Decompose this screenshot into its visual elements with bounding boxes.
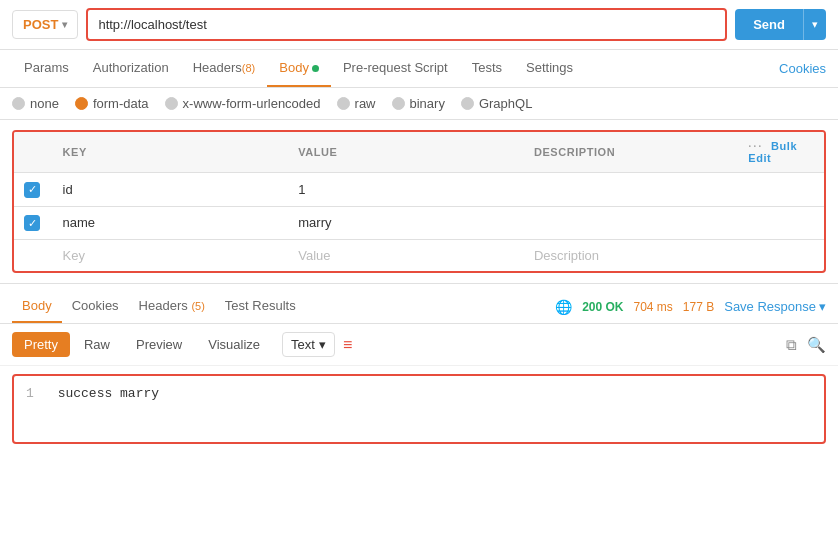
- radio-none[interactable]: none: [12, 96, 59, 111]
- row2-checkbox[interactable]: ✓: [24, 215, 40, 231]
- request-tabs: Params Authorization Headers(8) Body Pre…: [0, 50, 838, 88]
- radio-form-data[interactable]: form-data: [75, 96, 149, 111]
- tab-params[interactable]: Params: [12, 50, 81, 87]
- response-body: 1 success marry: [12, 374, 826, 444]
- row2-key[interactable]: name: [53, 206, 289, 240]
- row2-description[interactable]: [524, 206, 738, 240]
- tab-body[interactable]: Body: [267, 50, 331, 87]
- body-type-row: none form-data x-www-form-urlencoded raw…: [0, 88, 838, 120]
- headers-badge: (8): [242, 62, 255, 74]
- response-meta: 🌐 200 OK 704 ms 177 B Save Response ▾: [555, 299, 826, 315]
- th-bulk: ··· Bulk Edit: [738, 132, 824, 173]
- response-tab-test-results[interactable]: Test Results: [215, 290, 306, 323]
- send-button[interactable]: Send: [735, 9, 803, 40]
- table-row: ✓ id 1: [14, 173, 824, 207]
- response-content: success marry: [58, 386, 159, 401]
- row1-description[interactable]: [524, 173, 738, 207]
- response-tab-cookies[interactable]: Cookies: [62, 290, 129, 323]
- radio-raw-label: raw: [355, 96, 376, 111]
- response-headers-badge: (5): [191, 300, 204, 312]
- th-dots: ···: [748, 140, 763, 152]
- wrap-button[interactable]: ≡: [343, 336, 352, 354]
- value-placeholder[interactable]: Value: [288, 240, 524, 272]
- radio-urlencoded-label: x-www-form-urlencoded: [183, 96, 321, 111]
- radio-raw[interactable]: raw: [337, 96, 376, 111]
- response-tabs-row: Body Cookies Headers (5) Test Results 🌐 …: [0, 284, 838, 324]
- radio-graphql-circle: [461, 97, 474, 110]
- radio-graphql-label: GraphQL: [479, 96, 532, 111]
- th-checkbox: [14, 132, 53, 173]
- key-placeholder[interactable]: Key: [53, 240, 289, 272]
- globe-icon: 🌐: [555, 299, 572, 315]
- row1-checkbox-cell[interactable]: ✓: [14, 173, 53, 207]
- response-tab-headers[interactable]: Headers (5): [129, 290, 215, 323]
- line-number: 1: [26, 386, 34, 401]
- radio-raw-circle: [337, 97, 350, 110]
- radio-graphql[interactable]: GraphQL: [461, 96, 532, 111]
- response-time: 704 ms: [634, 300, 673, 314]
- send-button-group: Send ▾: [735, 9, 826, 40]
- body-dot: [312, 65, 319, 72]
- response-status: 200 OK: [582, 300, 623, 314]
- radio-form-data-circle: [75, 97, 88, 110]
- radio-urlencoded[interactable]: x-www-form-urlencoded: [165, 96, 321, 111]
- format-tab-preview[interactable]: Preview: [124, 332, 194, 357]
- response-section: Body Cookies Headers (5) Test Results 🌐 …: [0, 283, 838, 444]
- row1-value[interactable]: 1: [288, 173, 524, 207]
- url-input[interactable]: [86, 8, 727, 41]
- row2-value[interactable]: marry: [288, 206, 524, 240]
- format-tab-raw[interactable]: Raw: [72, 332, 122, 357]
- method-selector[interactable]: POST ▾: [12, 10, 78, 39]
- response-tab-body[interactable]: Body: [12, 290, 62, 323]
- tab-headers[interactable]: Headers(8): [181, 50, 268, 87]
- description-placeholder[interactable]: Description: [524, 240, 738, 272]
- table-row-placeholder: Key Value Description: [14, 240, 824, 272]
- radio-binary-label: binary: [410, 96, 445, 111]
- method-label: POST: [23, 17, 58, 32]
- row1-key[interactable]: id: [53, 173, 289, 207]
- top-bar: POST ▾ Send ▾: [0, 0, 838, 50]
- method-chevron: ▾: [62, 19, 67, 30]
- tab-pre-request[interactable]: Pre-request Script: [331, 50, 460, 87]
- radio-none-circle: [12, 97, 25, 110]
- th-description: DESCRIPTION: [524, 132, 738, 173]
- format-selector-arrow: ▾: [319, 337, 326, 352]
- th-key: KEY: [53, 132, 289, 173]
- send-arrow-button[interactable]: ▾: [803, 9, 826, 40]
- format-tab-visualize[interactable]: Visualize: [196, 332, 272, 357]
- params-table-wrapper: KEY VALUE DESCRIPTION ··· Bulk Edit ✓ id…: [12, 130, 826, 273]
- row2-checkbox-cell[interactable]: ✓: [14, 206, 53, 240]
- radio-binary[interactable]: binary: [392, 96, 445, 111]
- params-table: KEY VALUE DESCRIPTION ··· Bulk Edit ✓ id…: [14, 132, 824, 271]
- radio-urlencoded-circle: [165, 97, 178, 110]
- radio-binary-circle: [392, 97, 405, 110]
- search-icon[interactable]: 🔍: [807, 336, 826, 354]
- radio-none-label: none: [30, 96, 59, 111]
- response-size: 177 B: [683, 300, 714, 314]
- save-response-arrow: ▾: [819, 299, 826, 314]
- cookies-link[interactable]: Cookies: [779, 61, 826, 76]
- radio-form-data-label: form-data: [93, 96, 149, 111]
- tab-authorization[interactable]: Authorization: [81, 50, 181, 87]
- format-selector[interactable]: Text ▾: [282, 332, 335, 357]
- save-response-button[interactable]: Save Response ▾: [724, 299, 826, 314]
- tab-settings[interactable]: Settings: [514, 50, 585, 87]
- format-tabs-row: Pretty Raw Preview Visualize Text ▾ ≡ ⧉ …: [0, 324, 838, 366]
- table-row: ✓ name marry: [14, 206, 824, 240]
- th-value: VALUE: [288, 132, 524, 173]
- copy-icon[interactable]: ⧉: [786, 336, 797, 354]
- row1-checkbox[interactable]: ✓: [24, 182, 40, 198]
- tab-tests[interactable]: Tests: [460, 50, 514, 87]
- format-tab-pretty[interactable]: Pretty: [12, 332, 70, 357]
